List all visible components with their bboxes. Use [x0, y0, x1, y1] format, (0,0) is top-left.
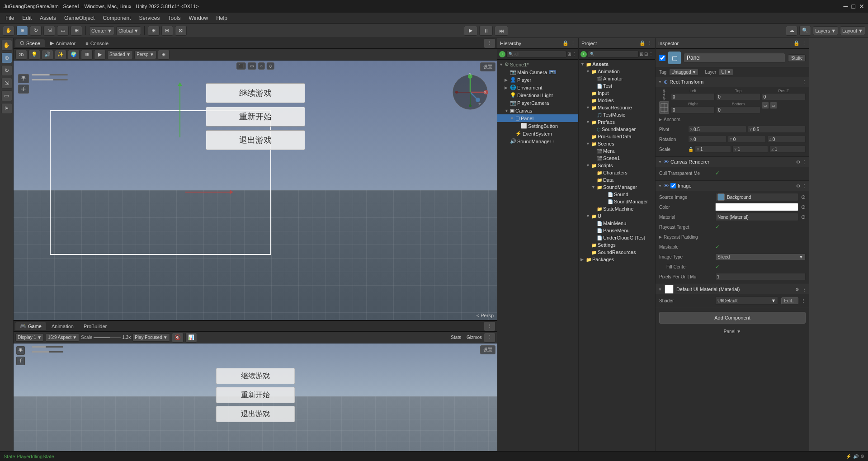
proj-input[interactable]: 📁 Input	[579, 89, 655, 97]
scene-light-btn[interactable]: 💡	[28, 50, 40, 60]
proj-testmusic[interactable]: 🎵 TestMusic	[579, 111, 655, 118]
scale-tool[interactable]: ⇲	[43, 26, 55, 36]
move-tool[interactable]: ⊕	[16, 26, 28, 36]
scene-anim-btn[interactable]: ▶	[94, 50, 106, 60]
search-btn[interactable]: 🔍	[799, 26, 811, 36]
menu-window[interactable]: Window	[185, 14, 212, 22]
proj-scenes[interactable]: ▼ 📁 Scenes	[579, 140, 655, 147]
hier-maincamera[interactable]: 📷 Main Camera 📷	[497, 68, 578, 76]
minimize-btn[interactable]: ─	[844, 3, 848, 10]
mat-options-btn[interactable]: ⋮	[801, 298, 806, 303]
project-menu2-btn[interactable]: ⋮	[649, 52, 653, 56]
tag-dropdown[interactable]: Untagged ▼	[669, 69, 698, 75]
maximize-btn[interactable]: □	[852, 3, 855, 10]
material-section-header[interactable]: Default UI Material (Material) ⚙ ⋮	[656, 284, 809, 294]
proj-assets[interactable]: ▼ 📁 Assets	[579, 61, 655, 68]
menu-file[interactable]: File	[2, 14, 18, 22]
cr-dots[interactable]: ⋮	[802, 160, 807, 165]
frame-btn[interactable]: ▭	[248, 62, 256, 70]
hier-panel[interactable]: ▼ ▢ Panel	[497, 114, 578, 122]
proj-mainmenu[interactable]: 📄 MainMenu	[579, 220, 655, 227]
cloud-btn[interactable]: ☁	[786, 26, 797, 36]
hier-player[interactable]: ▶ 👤 Player	[497, 76, 578, 84]
img-visibility-btn[interactable]: 👁	[664, 183, 669, 188]
proj-modles[interactable]: 📁 Modles	[579, 97, 655, 104]
quit-btn-game[interactable]: 退出游戏	[216, 406, 295, 422]
scale-left-tool[interactable]: ⇲	[1, 78, 12, 89]
menu-assets[interactable]: Assets	[36, 14, 60, 22]
pivot-x-field[interactable]: X 0.5	[688, 126, 746, 133]
rect-tool[interactable]: ▭	[57, 26, 69, 36]
game-settings-btn[interactable]: 设置	[480, 345, 495, 354]
imgtype-dropdown[interactable]: Sliced ▼	[715, 254, 806, 260]
hand-left-tool[interactable]: ✋	[1, 40, 12, 51]
proj-musicresource[interactable]: ▼ 📁 MusicResource	[579, 104, 655, 111]
rt-dots[interactable]: ⋮	[802, 80, 807, 85]
cr-settings-btn[interactable]: ⚙	[796, 160, 800, 165]
game-menu-btn[interactable]: ⋮	[484, 333, 495, 343]
image-header[interactable]: 👁 Image ⚙ ⋮	[656, 181, 809, 191]
snap-btn[interactable]: ⊞	[148, 26, 160, 36]
cube-btn[interactable]: ⬛	[236, 62, 246, 70]
proj-scene1[interactable]: 🎬 Scene1	[579, 155, 655, 162]
global-dropdown[interactable]: Global ▼	[116, 26, 141, 35]
center-dropdown[interactable]: Center ▼	[89, 26, 114, 35]
hier-settingbutton[interactable]: ⬜ SettingButton	[497, 122, 578, 130]
mat-dots[interactable]: ⋮	[802, 287, 807, 292]
continue-btn-game[interactable]: 继续游戏	[216, 368, 295, 384]
layer-dropdown[interactable]: UI ▼	[719, 69, 733, 75]
tab-console[interactable]: ≡ Console	[81, 40, 113, 47]
scene-audio-btn[interactable]: 🔊	[42, 50, 53, 60]
scene-settings-btn[interactable]: 设置	[480, 62, 495, 71]
proj-scripts[interactable]: ▼ 📁 Scripts	[579, 162, 655, 169]
inspector-menu-btn[interactable]: ⋮	[802, 40, 807, 46]
scene-fx-btn[interactable]: ✨	[55, 50, 66, 60]
layers-dropdown[interactable]: Layers ▼	[813, 26, 838, 35]
rt-bottom-field[interactable]: 0	[716, 106, 760, 113]
proj-soundmgr-scr[interactable]: ▼ 📁 SoundManager	[579, 183, 655, 191]
menu-gameobject[interactable]: GameObject	[61, 14, 98, 22]
img-enabled-checkbox[interactable]	[670, 183, 676, 188]
aspect-dropdown[interactable]: 16:9 Aspect ▼	[46, 334, 79, 342]
ui-btn[interactable]: ⊠	[175, 26, 187, 36]
tab-game[interactable]: 🎮 Game	[15, 322, 46, 330]
proj-animator[interactable]: 🎬 Animator	[579, 75, 655, 82]
proj-soundmanager-pref[interactable]: ⬡ SoundManager	[579, 126, 655, 133]
color-picker-btn[interactable]: ⊙	[801, 204, 806, 210]
project-add-btn[interactable]: +	[580, 51, 587, 57]
proj-characters[interactable]: 📁 Characters	[579, 169, 655, 176]
img-settings-btn[interactable]: ⚙	[796, 183, 800, 188]
move-left-tool[interactable]: ⊕	[1, 52, 12, 63]
play-focused-dropdown[interactable]: Play Focused ▼	[132, 334, 170, 342]
project-menu-btn[interactable]: ⋮	[647, 40, 652, 46]
rt-left-field[interactable]: 0	[671, 93, 715, 100]
circle-btn[interactable]: ○	[258, 62, 265, 70]
scene-2d-btn[interactable]: 2D	[15, 50, 27, 60]
status-btn1[interactable]: ⚡	[846, 454, 851, 459]
gameobj-name-input[interactable]	[684, 53, 785, 63]
pixels-field[interactable]: 1	[715, 273, 806, 280]
proj-packages[interactable]: ▶ 📁 Packages	[579, 256, 655, 263]
rect-transform-header[interactable]: ⊕ Rect Transform ⋮	[656, 77, 809, 87]
step-btn[interactable]: ⏭	[495, 26, 508, 36]
hierarchy-sort-btn[interactable]: ⋮	[572, 52, 576, 56]
proj-settings[interactable]: 📁 Settings	[579, 241, 655, 249]
canvas-renderer-header[interactable]: 👁 Canvas Renderer ⚙ ⋮	[656, 157, 809, 167]
scene-panel-menu[interactable]: ⋮	[484, 38, 495, 48]
proj-sound[interactable]: 📄 Sound	[579, 191, 655, 198]
game-viewport[interactable]: 手 手 设置 继续游戏 重新开始 退出游戏	[14, 343, 497, 461]
rotate-left-tool[interactable]: ↻	[1, 65, 12, 76]
status-btn2[interactable]: 🔊	[853, 454, 859, 459]
proj-pausemenu[interactable]: 📄 PauseMenu	[579, 227, 655, 234]
rt-pad-btn2[interactable]: ▭	[770, 102, 777, 109]
game-panel-menu[interactable]: ⋮	[484, 321, 495, 331]
hier-soundmanager[interactable]: 🔊 SoundManager ›	[497, 137, 578, 145]
pause-btn[interactable]: ⏸	[479, 26, 493, 36]
mat-target-btn[interactable]: ⊙	[801, 214, 806, 220]
rt-top-field[interactable]: 0	[716, 93, 760, 100]
menu-tools[interactable]: Tools	[164, 14, 184, 22]
hierarchy-add-btn[interactable]: +	[499, 51, 505, 57]
proj-undercloud[interactable]: 📄 UnderCloudGitTest	[579, 234, 655, 241]
pivot-y-field[interactable]: Y 0.5	[748, 126, 806, 133]
proj-test[interactable]: 📄 Test	[579, 82, 655, 89]
